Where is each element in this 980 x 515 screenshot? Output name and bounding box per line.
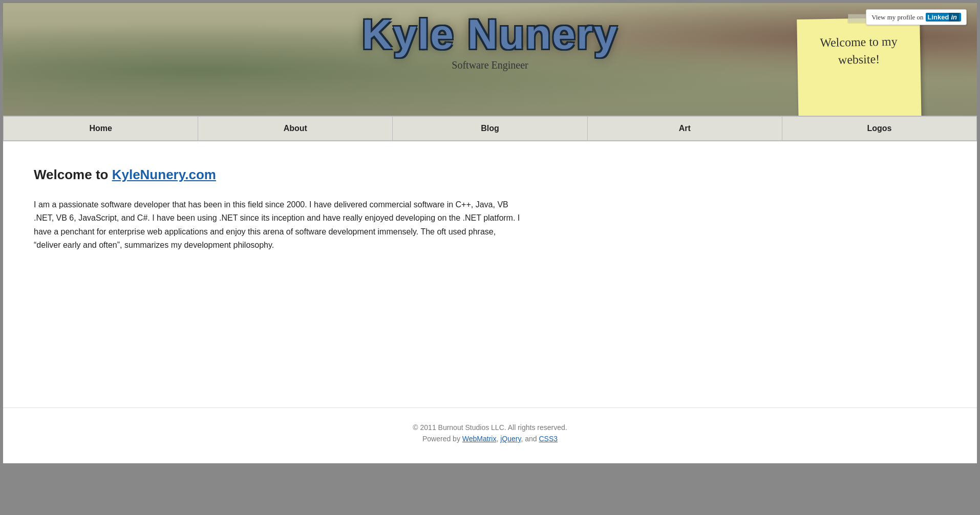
footer-powered-by: Powered by WebMatrix, jQuery, and CSS3 (3, 435, 977, 443)
sticky-note-text: Welcome to my website! (806, 33, 911, 69)
main-navigation: Home About Blog Art Logos (3, 116, 977, 141)
page-wrapper: Kyle Nunery Software Engineer View my pr… (0, 0, 980, 466)
comma-separator: , (496, 435, 498, 443)
footer-copyright: © 2011 Burnout Studios LLC. All rights r… (3, 423, 977, 432)
nav-item-blog[interactable]: Blog (393, 117, 587, 140)
nav-item-logos[interactable]: Logos (782, 117, 977, 140)
jquery-link[interactable]: jQuery (500, 435, 521, 443)
site-subtitle: Software Engineer (362, 59, 619, 71)
header-title-block: Kyle Nunery Software Engineer (362, 13, 619, 71)
site-footer: © 2011 Burnout Studios LLC. All rights r… (3, 407, 977, 463)
linkedin-badge[interactable]: View my profile on Linkedin (866, 9, 967, 25)
and-separator: , and (521, 435, 539, 443)
css3-link[interactable]: CSS3 (539, 435, 558, 443)
powered-prefix: Powered by (422, 435, 462, 443)
webmatrix-link[interactable]: WebMatrix (462, 435, 497, 443)
nav-item-about[interactable]: About (198, 117, 393, 140)
linkedin-text: View my profile on (871, 13, 923, 22)
sticky-note: Welcome to my website! (797, 17, 922, 116)
welcome-heading-prefix: Welcome to (34, 167, 112, 182)
intro-paragraph: I am a passionate software developer tha… (34, 198, 520, 252)
nav-item-art[interactable]: Art (588, 117, 782, 140)
site-header: Kyle Nunery Software Engineer View my pr… (3, 3, 977, 116)
welcome-link[interactable]: KyleNunery.com (112, 167, 216, 182)
linkedin-logo: Linkedin (926, 13, 961, 22)
main-content: Welcome to KyleNunery.com I am a passion… (3, 141, 977, 407)
site-name: Kyle Nunery (362, 13, 619, 55)
nav-item-home[interactable]: Home (3, 117, 198, 140)
welcome-heading: Welcome to KyleNunery.com (34, 167, 946, 183)
